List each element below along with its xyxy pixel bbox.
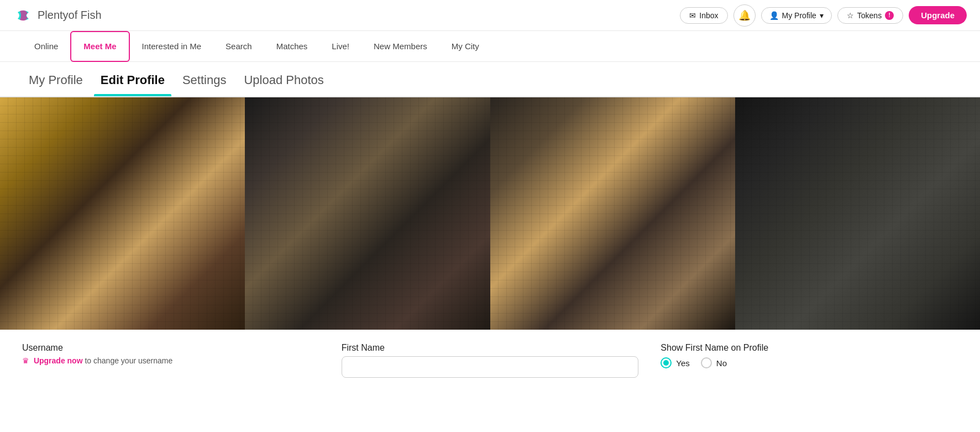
top-navigation: Plentyof Fish ✉ Inbox 🔔 👤 My Profile ▾ ☆… <box>0 0 980 31</box>
firstname-column: First Name <box>342 343 639 378</box>
username-note-text: to change your username <box>85 356 172 365</box>
subnav-myprofile[interactable]: My Profile <box>22 73 90 96</box>
logo-text: Plentyof Fish <box>38 9 102 22</box>
profile-photo-2[interactable] <box>245 97 490 330</box>
notifications-button[interactable]: 🔔 <box>733 4 756 27</box>
logo[interactable]: Plentyof Fish <box>13 6 102 25</box>
username-label: Username <box>22 343 319 353</box>
logo-icon <box>13 6 33 25</box>
inbox-button[interactable]: ✉ Inbox <box>680 7 727 24</box>
subnav-settings[interactable]: Settings <box>176 73 233 96</box>
profile-subnav: My Profile Edit Profile Settings Upload … <box>0 62 980 97</box>
my-profile-button[interactable]: 👤 My Profile ▾ <box>761 7 832 24</box>
showname-yes-option[interactable]: Yes <box>661 357 689 368</box>
nav-item-newmembers[interactable]: New Members <box>361 31 439 62</box>
profile-photo-1[interactable] <box>0 97 245 330</box>
inbox-icon: ✉ <box>689 11 696 20</box>
photo-overlay-3 <box>490 97 735 330</box>
profile-form: Username ♛ Upgrade now to change your us… <box>0 330 980 391</box>
nav-item-live[interactable]: Live! <box>319 31 361 62</box>
firstname-input[interactable] <box>342 356 639 378</box>
tokens-button[interactable]: ☆ Tokens ! <box>837 7 903 24</box>
profile-photo-4[interactable] <box>735 97 980 330</box>
top-nav-actions: ✉ Inbox 🔔 👤 My Profile ▾ ☆ Tokens ! Upgr… <box>680 4 967 27</box>
yes-radio-circle[interactable] <box>661 357 672 368</box>
profile-photo-strip <box>0 97 980 330</box>
secondary-navigation: Online Meet Me Interested in Me Search M… <box>0 31 980 62</box>
nav-item-matches[interactable]: Matches <box>264 31 320 62</box>
yes-label: Yes <box>676 358 689 368</box>
bell-icon: 🔔 <box>738 9 751 22</box>
tokens-star-icon: ☆ <box>847 11 854 20</box>
tokens-notification-badge: ! <box>885 11 894 20</box>
subnav-editprofile[interactable]: Edit Profile <box>94 73 171 96</box>
photo-overlay-4 <box>735 97 980 330</box>
nav-item-interested[interactable]: Interested in Me <box>130 31 214 62</box>
upgrade-button[interactable]: Upgrade <box>909 6 967 24</box>
no-label: No <box>716 358 727 368</box>
nav-item-online[interactable]: Online <box>22 31 70 62</box>
nav-item-meetme[interactable]: Meet Me <box>70 31 129 62</box>
showname-column: Show First Name on Profile Yes No <box>661 343 958 378</box>
profile-photo-3[interactable] <box>490 97 735 330</box>
no-radio-circle[interactable] <box>701 357 712 368</box>
username-column: Username ♛ Upgrade now to change your us… <box>22 343 319 378</box>
photo-overlay-1 <box>0 97 245 330</box>
showname-radio-group: Yes No <box>661 357 958 368</box>
upgrade-now-link[interactable]: Upgrade now <box>34 356 83 365</box>
crown-icon: ♛ <box>22 356 29 365</box>
username-upgrade-note: ♛ Upgrade now to change your username <box>22 356 319 365</box>
showname-label: Show First Name on Profile <box>661 343 958 353</box>
photo-overlay-2 <box>245 97 490 330</box>
firstname-label: First Name <box>342 343 639 353</box>
showname-no-option[interactable]: No <box>701 357 727 368</box>
subnav-uploadphotos[interactable]: Upload Photos <box>237 73 330 96</box>
user-icon: 👤 <box>769 11 779 20</box>
nav-item-mycity[interactable]: My City <box>439 31 491 62</box>
chevron-down-icon: ▾ <box>820 11 824 20</box>
nav-item-search[interactable]: Search <box>213 31 264 62</box>
